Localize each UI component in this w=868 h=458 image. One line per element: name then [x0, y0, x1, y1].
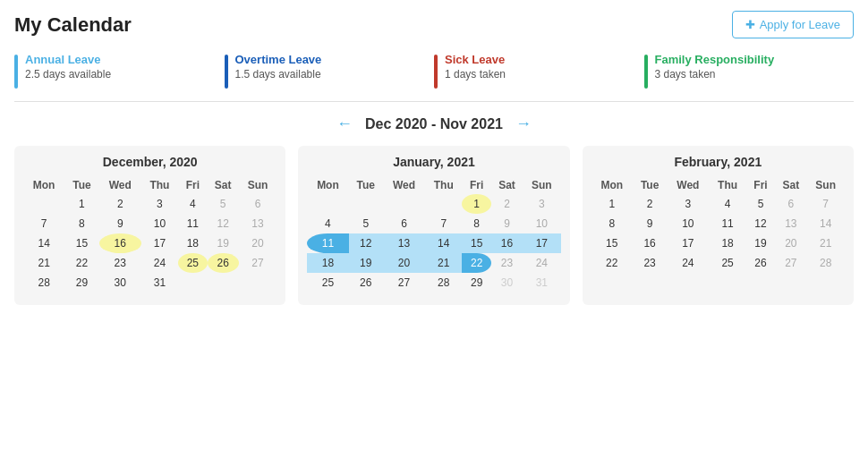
calendar-day[interactable]: 5	[746, 194, 776, 214]
calendar-day[interactable]: 21	[806, 233, 845, 253]
calendar-day[interactable]: 11	[178, 214, 208, 233]
calendar-0: December, 2020MonTueWedThuFriSatSun12345…	[14, 146, 285, 305]
calendar-day[interactable]: 12	[349, 233, 383, 253]
calendar-day[interactable]: 25	[709, 253, 745, 273]
calendar-day[interactable]: 30	[99, 273, 141, 293]
calendar-day[interactable]: 26	[208, 253, 239, 273]
calendar-day[interactable]: 10	[523, 214, 561, 233]
calendar-day[interactable]: 24	[141, 253, 178, 273]
calendar-day[interactable]: 31	[141, 273, 178, 293]
calendar-day[interactable]: 12	[208, 214, 239, 233]
next-arrow[interactable]: →	[515, 114, 532, 133]
calendar-day[interactable]: 4	[178, 194, 208, 214]
calendar-day[interactable]: 4	[307, 214, 348, 233]
calendar-day[interactable]: 3	[667, 194, 709, 214]
day-header: Fri	[462, 176, 491, 194]
calendar-day[interactable]: 8	[462, 214, 491, 233]
calendar-day[interactable]: 2	[491, 194, 523, 214]
calendar-day[interactable]: 5	[208, 194, 239, 214]
calendar-day[interactable]: 15	[462, 233, 491, 253]
calendar-day[interactable]: 27	[775, 253, 806, 273]
calendar-day[interactable]: 10	[667, 214, 709, 233]
calendar-day[interactable]: 13	[239, 214, 277, 233]
calendar-day[interactable]: 14	[23, 233, 64, 253]
calendar-day[interactable]: 4	[709, 194, 745, 214]
calendar-day[interactable]: 18	[178, 233, 208, 253]
calendar-day[interactable]: 28	[23, 273, 64, 293]
calendar-day[interactable]: 5	[349, 214, 383, 233]
leave-item-overtime: Overtime Leave 1.5 days available	[225, 53, 435, 89]
calendar-day	[806, 273, 845, 280]
calendar-day[interactable]: 6	[383, 214, 425, 233]
calendar-day[interactable]: 2	[633, 194, 667, 214]
calendar-day[interactable]: 6	[775, 194, 806, 214]
day-header: Wed	[99, 176, 141, 194]
calendar-day[interactable]: 22	[64, 253, 98, 273]
calendar-day[interactable]: 13	[775, 214, 806, 233]
calendar-day[interactable]: 3	[523, 194, 561, 214]
calendar-day[interactable]: 18	[709, 233, 745, 253]
calendar-day[interactable]: 9	[99, 214, 141, 233]
calendar-day[interactable]: 17	[523, 233, 561, 253]
calendar-day[interactable]: 21	[23, 253, 64, 273]
calendar-day[interactable]: 10	[141, 214, 178, 233]
calendar-day[interactable]: 11	[307, 233, 348, 253]
calendar-day[interactable]: 11	[709, 214, 745, 233]
calendar-day[interactable]: 25	[307, 273, 348, 293]
calendar-day[interactable]: 29	[64, 273, 98, 293]
calendar-day[interactable]: 23	[99, 253, 141, 273]
calendar-day[interactable]: 7	[23, 214, 64, 233]
calendar-day[interactable]: 24	[523, 253, 561, 273]
prev-arrow[interactable]: ←	[336, 114, 353, 133]
calendar-day[interactable]: 12	[746, 214, 776, 233]
calendar-day[interactable]: 23	[491, 253, 523, 273]
calendar-day[interactable]: 22	[462, 253, 491, 273]
calendar-day[interactable]: 13	[383, 233, 425, 253]
calendar-day[interactable]: 18	[307, 253, 348, 273]
calendar-day[interactable]: 14	[425, 233, 462, 253]
calendar-day[interactable]: 9	[633, 214, 667, 233]
calendar-day[interactable]: 27	[239, 253, 277, 273]
calendar-day[interactable]: 17	[667, 233, 709, 253]
calendar-day[interactable]: 25	[178, 253, 208, 273]
calendar-day[interactable]: 21	[425, 253, 462, 273]
calendar-day[interactable]: 15	[591, 233, 633, 253]
calendar-day[interactable]: 30	[491, 273, 523, 293]
calendar-day[interactable]: 27	[383, 273, 425, 293]
day-header: Sun	[806, 176, 845, 194]
calendar-day[interactable]: 23	[633, 253, 667, 273]
calendar-day[interactable]: 19	[349, 253, 383, 273]
calendar-day[interactable]: 16	[491, 233, 523, 253]
calendar-day[interactable]: 29	[462, 273, 491, 293]
calendar-day[interactable]: 17	[141, 233, 178, 253]
calendar-day[interactable]: 1	[462, 194, 491, 214]
calendar-day[interactable]: 19	[746, 233, 776, 253]
calendar-day[interactable]: 20	[383, 253, 425, 273]
calendar-day[interactable]: 9	[491, 214, 523, 233]
calendar-day[interactable]: 15	[64, 233, 98, 253]
calendar-day[interactable]: 3	[141, 194, 178, 214]
calendar-day[interactable]: 26	[746, 253, 776, 273]
calendar-day[interactable]: 16	[633, 233, 667, 253]
calendar-day[interactable]: 16	[99, 233, 141, 253]
calendar-day[interactable]: 7	[806, 194, 845, 214]
calendar-day[interactable]: 2	[99, 194, 141, 214]
calendar-day[interactable]: 1	[64, 194, 98, 214]
apply-leave-button[interactable]: ✚ Apply for Leave	[732, 11, 854, 38]
calendar-day[interactable]: 1	[591, 194, 633, 214]
calendar-day[interactable]: 22	[591, 253, 633, 273]
calendar-day[interactable]: 6	[239, 194, 277, 214]
calendar-day[interactable]: 20	[775, 233, 806, 253]
calendar-day[interactable]: 28	[425, 273, 462, 293]
calendar-day[interactable]: 19	[208, 233, 239, 253]
calendar-day[interactable]: 8	[591, 214, 633, 233]
calendar-day[interactable]: 8	[64, 214, 98, 233]
calendar-day[interactable]: 26	[349, 273, 383, 293]
calendar-day[interactable]: 20	[239, 233, 277, 253]
calendar-day[interactable]: 31	[523, 273, 561, 293]
calendar-day[interactable]: 14	[806, 214, 845, 233]
calendar-day[interactable]: 24	[667, 253, 709, 273]
calendar-day	[633, 273, 667, 280]
calendar-day[interactable]: 7	[425, 214, 462, 233]
calendar-day[interactable]: 28	[806, 253, 845, 273]
